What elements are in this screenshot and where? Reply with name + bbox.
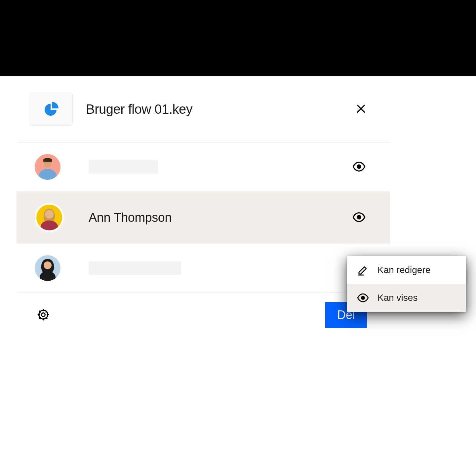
user-name-placeholder <box>89 160 158 174</box>
dropdown-item-view[interactable]: Kan vises <box>347 284 466 312</box>
permission-indicator[interactable] <box>351 159 367 176</box>
user-row[interactable] <box>17 244 390 293</box>
user-name-label: Ann Thompson <box>89 211 351 225</box>
user-name-placeholder <box>89 261 181 275</box>
gear-icon <box>37 308 50 321</box>
file-thumbnail <box>30 93 73 126</box>
top-black-bar <box>0 0 476 76</box>
eye-icon <box>357 292 369 304</box>
permission-indicator[interactable] <box>351 209 367 226</box>
eye-icon <box>352 211 366 224</box>
permission-dropdown: Kan redigere Kan vises <box>347 256 466 312</box>
user-row[interactable] <box>17 142 390 191</box>
avatar <box>35 154 60 180</box>
close-icon <box>355 103 367 115</box>
eye-icon <box>352 160 366 173</box>
avatar <box>35 255 60 281</box>
pie-chart-icon <box>43 101 59 117</box>
dialog-header: Bruger flow 01.key <box>17 76 390 142</box>
close-button[interactable] <box>352 99 370 119</box>
svg-point-2 <box>42 313 45 316</box>
svg-point-3 <box>39 310 48 319</box>
pencil-icon <box>357 264 369 276</box>
dropdown-item-label: Kan redigere <box>377 265 430 275</box>
user-row[interactable]: Ann Thompson <box>17 191 390 244</box>
svg-point-0 <box>357 164 361 169</box>
svg-point-1 <box>357 215 361 219</box>
file-name: Bruger flow 01.key <box>86 102 352 117</box>
dropdown-item-edit[interactable]: Kan redigere <box>347 256 466 284</box>
dialog-footer: Del <box>17 293 390 337</box>
svg-point-4 <box>361 296 365 300</box>
dropdown-item-label: Kan vises <box>377 293 417 303</box>
share-dialog: Bruger flow 01.key <box>17 76 390 337</box>
settings-button[interactable] <box>35 306 52 324</box>
avatar <box>35 203 64 232</box>
